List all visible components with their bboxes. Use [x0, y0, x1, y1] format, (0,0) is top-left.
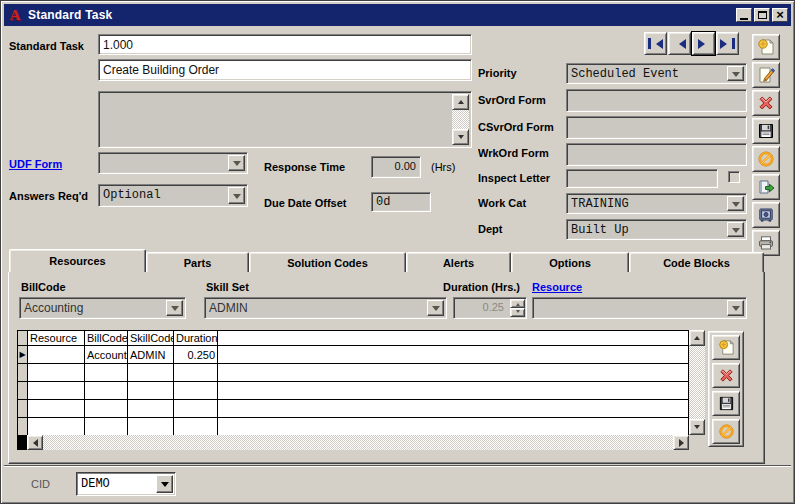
- close-icon[interactable]: ×: [772, 8, 788, 22]
- last-record-icon: [720, 39, 732, 49]
- standard-task-window: A Standard Task × Standard Task 1.000 Cr…: [0, 0, 795, 504]
- window-title: Standard Task: [28, 8, 734, 22]
- tab-options[interactable]: Options: [511, 252, 629, 272]
- maximize-icon[interactable]: [754, 8, 770, 22]
- scroll-down-icon[interactable]: [452, 129, 469, 145]
- cid-label: CID: [31, 478, 50, 490]
- grid-hscrollbar[interactable]: [27, 435, 689, 450]
- resource-link[interactable]: Resource: [532, 281, 582, 293]
- next-record-button[interactable]: [692, 32, 715, 55]
- col-skillcode[interactable]: SkillCode: [128, 331, 174, 346]
- vault-icon: [757, 206, 775, 224]
- new-record-button[interactable]: [752, 34, 780, 60]
- udf-form-combo[interactable]: [98, 152, 248, 174]
- delete-icon: [757, 94, 775, 112]
- grid-empty-row[interactable]: [18, 382, 689, 400]
- scroll-left-icon[interactable]: [27, 435, 43, 450]
- description-scrollbar[interactable]: [452, 94, 469, 145]
- resource-combo[interactable]: [532, 297, 747, 319]
- skill-set-label: Skill Set: [206, 281, 249, 293]
- task-name-field[interactable]: Create Building Order: [98, 59, 472, 81]
- minimize-icon[interactable]: [736, 8, 752, 22]
- first-record-button[interactable]: [644, 32, 667, 55]
- titlebar[interactable]: A Standard Task ×: [4, 4, 791, 26]
- description-field[interactable]: [98, 91, 472, 148]
- response-time-label: Response Time: [264, 161, 345, 173]
- csvrord-form-label: CSvrOrd Form: [478, 121, 564, 133]
- tab-resources[interactable]: Resources: [9, 249, 146, 272]
- inspect-letter-field[interactable]: [566, 169, 718, 188]
- spinner-down-icon[interactable]: [510, 308, 525, 317]
- new-record-icon: [718, 339, 735, 356]
- billcode-label: BillCode: [21, 281, 66, 293]
- grid-cancel-button[interactable]: [712, 419, 740, 444]
- cid-combo[interactable]: DEMO: [76, 472, 176, 496]
- save-icon: [757, 122, 775, 140]
- tab-code-blocks[interactable]: Code Blocks: [629, 252, 764, 272]
- answers-reqd-combo[interactable]: Optional: [98, 184, 248, 207]
- skill-set-combo[interactable]: ADMIN: [204, 297, 447, 319]
- scroll-right-icon[interactable]: [673, 435, 689, 450]
- col-resource[interactable]: Resource: [28, 331, 85, 346]
- footer-divider: [4, 465, 791, 467]
- chevron-down-icon[interactable]: [228, 155, 245, 171]
- row-selector-arrow-icon[interactable]: ▶: [18, 346, 28, 364]
- grid-row-selected[interactable]: ▶ Account ADMIN 0.250: [18, 346, 689, 364]
- col-duration[interactable]: Duration: [174, 331, 218, 346]
- chevron-down-icon[interactable]: [427, 300, 444, 316]
- grid-delete-button[interactable]: [712, 363, 740, 388]
- dept-combo[interactable]: Built Up: [566, 219, 747, 240]
- new-record-icon: [757, 38, 775, 56]
- vault-button[interactable]: [752, 202, 780, 228]
- grid-vscrollbar[interactable]: [689, 330, 705, 435]
- chevron-down-icon[interactable]: [228, 187, 245, 204]
- due-date-offset-field[interactable]: 0d: [371, 192, 431, 212]
- chevron-down-icon[interactable]: [727, 196, 744, 211]
- cancel-button[interactable]: [752, 146, 780, 172]
- previous-record-icon: [674, 39, 686, 49]
- grid-empty-row[interactable]: [18, 364, 689, 382]
- inspect-letter-checkbox[interactable]: [728, 171, 740, 183]
- last-record-button[interactable]: [716, 32, 739, 55]
- chevron-down-icon[interactable]: [727, 66, 744, 81]
- edit-button[interactable]: [752, 62, 780, 88]
- svrord-form-field[interactable]: [566, 89, 747, 112]
- grid-save-button[interactable]: [712, 391, 740, 416]
- spinner-up-icon[interactable]: [510, 299, 525, 308]
- duration-spinner[interactable]: 0.25: [453, 297, 527, 319]
- grid-empty-row[interactable]: [18, 400, 689, 418]
- scroll-up-icon[interactable]: [452, 94, 469, 110]
- response-time-unit: (Hrs): [431, 161, 455, 173]
- chevron-down-icon[interactable]: [156, 475, 173, 493]
- resources-grid: Resource BillCode SkillCode Duration ▶ A…: [17, 330, 689, 436]
- tab-solution-codes[interactable]: Solution Codes: [249, 252, 406, 272]
- col-billcode[interactable]: BillCode: [85, 331, 128, 346]
- scroll-track[interactable]: [452, 110, 469, 129]
- scroll-track[interactable]: [689, 346, 705, 419]
- task-number-field[interactable]: 1.000: [98, 34, 472, 55]
- scroll-up-icon[interactable]: [689, 330, 705, 346]
- priority-combo[interactable]: Scheduled Event: [566, 63, 747, 84]
- response-time-field[interactable]: 0.00: [371, 156, 421, 178]
- post-button[interactable]: [752, 174, 780, 200]
- work-cat-label: Work Cat: [478, 197, 564, 209]
- tab-alerts[interactable]: Alerts: [406, 252, 511, 272]
- chevron-down-icon[interactable]: [727, 222, 744, 237]
- wrkord-form-label: WrkOrd Form: [478, 147, 564, 159]
- chevron-down-icon[interactable]: [166, 300, 183, 316]
- csvrord-form-field[interactable]: [566, 116, 747, 139]
- inspect-letter-label: Inspect Letter: [478, 172, 564, 184]
- chevron-down-icon[interactable]: [727, 300, 744, 316]
- scroll-down-icon[interactable]: [689, 419, 705, 435]
- grid-new-record-button[interactable]: [712, 335, 740, 360]
- tab-parts[interactable]: Parts: [146, 252, 249, 272]
- delete-button[interactable]: [752, 90, 780, 116]
- work-cat-combo[interactable]: TRAINING: [566, 193, 747, 214]
- wrkord-form-field[interactable]: [566, 143, 747, 166]
- billcode-combo[interactable]: Accounting: [19, 297, 186, 319]
- save-button[interactable]: [752, 118, 780, 144]
- scroll-track[interactable]: [43, 435, 673, 450]
- previous-record-button[interactable]: [668, 32, 691, 55]
- grid-empty-row[interactable]: [18, 418, 689, 436]
- udf-form-link[interactable]: UDF Form: [9, 158, 62, 170]
